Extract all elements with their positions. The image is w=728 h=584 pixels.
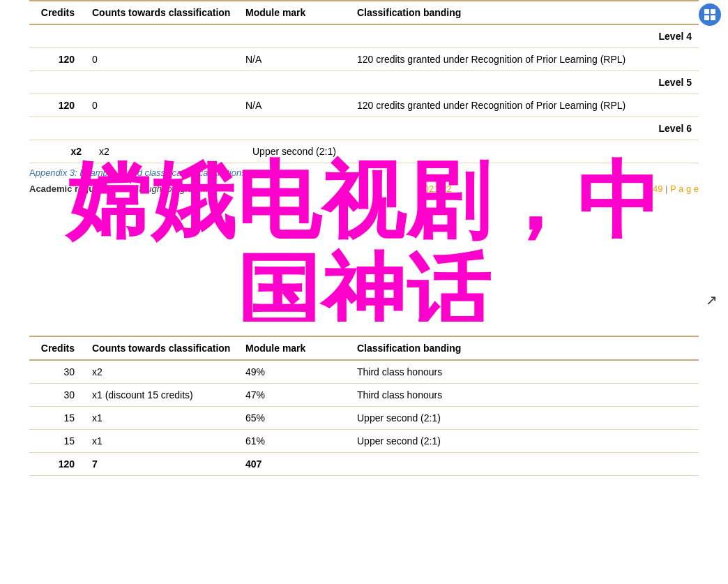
acad-reg-italic: for taught programmes [126, 184, 218, 194]
svg-rect-1 [711, 9, 715, 14]
t2-row1-counts: x1 (discount 15 credits) [85, 384, 238, 407]
table-row: 1207407 [29, 453, 699, 476]
t2-row0-credits: 30 [29, 360, 85, 384]
l5-module-mark: N/A [238, 94, 350, 117]
t2-row1-module_mark: 47% [238, 384, 350, 407]
l5-counts: 0 [85, 94, 238, 117]
col-header-counts: Counts towards classification [85, 1, 238, 24]
footer-year: 2021/22 [419, 184, 452, 194]
t2-row4-counts: 7 [85, 453, 238, 476]
t2-row0-counts: x2 [85, 360, 238, 384]
t2-row0-classification: Third class honours [350, 360, 699, 384]
t2-row1-classification: Third class honours [350, 384, 699, 407]
svg-rect-3 [711, 15, 715, 20]
l5-classification: 120 credits granted under Recognition of… [350, 94, 699, 117]
app-icon[interactable] [699, 3, 721, 26]
t2-col-header-credits: Credits [29, 336, 85, 360]
table2: Credits Counts towards classification Mo… [29, 336, 699, 476]
t2-row3-classification: Upper second (2:1) [350, 430, 699, 453]
footer-page: 49 | P a g e [653, 184, 699, 194]
svg-rect-0 [704, 9, 709, 14]
table-row: 15x165%Upper second (2:1) [29, 407, 699, 430]
acad-reg-bold: Academic regulations [29, 184, 123, 194]
t2-row4-credits: 120 [29, 453, 85, 476]
level5-row: Level 5 [29, 71, 699, 94]
appendix-prefix: A [29, 167, 36, 178]
t2-col-header-counts: Counts towards classification [85, 336, 238, 360]
table-row: 30x1 (discount 15 credits)47%Third class… [29, 384, 699, 407]
level6-row: Level 6 [29, 117, 699, 140]
l4-counts: 0 [85, 48, 238, 71]
col-header-credits: Credits [29, 1, 85, 24]
page-wrapper: Credits Counts towards classification Mo… [0, 0, 728, 476]
t2-row2-credits: 15 [29, 407, 85, 430]
t2-row1-credits: 30 [29, 384, 85, 407]
svg-rect-2 [704, 15, 709, 20]
t2-row2-counts: x1 [85, 407, 238, 430]
appendix-text: ppendix 3: Example award classification … [36, 167, 246, 178]
acad-reg-section: Academic regulations for taught programm… [29, 184, 218, 194]
footer-appendix: Appendix 3: Example award classification… [29, 167, 246, 178]
level5-label: Level 5 [29, 71, 699, 94]
table1: Credits Counts towards classification Mo… [29, 0, 699, 140]
t2-row2-module_mark: 65% [238, 407, 350, 430]
l4-module-mark: N/A [238, 48, 350, 71]
level4-row: Level 4 [29, 24, 699, 48]
t2-row0-module_mark: 49% [238, 360, 350, 384]
col-header-module-mark: Module mark [238, 1, 350, 24]
t2-row3-module_mark: 61% [238, 430, 350, 453]
t2-row3-credits: 15 [29, 430, 85, 453]
table1-row-l5-0: 120 0 N/A 120 credits granted under Reco… [29, 94, 699, 117]
t2-col-header-module-mark: Module mark [238, 336, 350, 360]
overlay-line2: 国神话 [0, 246, 728, 322]
l4-credits: 120 [29, 48, 85, 71]
appendix-link[interactable]: Appendix 3: Example award classification… [29, 167, 246, 178]
t2-col-header-classification: Classification banding [350, 336, 699, 360]
t2-row2-classification: Upper second (2:1) [350, 407, 699, 430]
t2-row3-counts: x1 [85, 430, 238, 453]
page-num: 49 [653, 184, 662, 194]
l5-credits: 120 [29, 94, 85, 117]
table1-row-l4-0: 120 0 N/A 120 credits granted under Reco… [29, 48, 699, 71]
level4-label: Level 4 [29, 24, 699, 48]
col-header-classification: Classification banding [350, 1, 699, 24]
overlay-container: x2 x2 Upper second (2:1) Appendix 3: Exa… [0, 140, 728, 322]
l4-classification: 120 credits granted under Recognition of… [350, 48, 699, 71]
footer-bar-2: Academic regulations for taught programm… [29, 179, 699, 198]
table2-section: Credits Counts towards classification Mo… [29, 336, 699, 476]
page-label: P a g e [670, 184, 699, 194]
level6-label: Level 6 [29, 117, 699, 140]
t2-row4-module_mark: 407 [238, 453, 350, 476]
table-row: 15x161%Upper second (2:1) [29, 430, 699, 453]
acad-reg-text: Academic regulations for taught programm… [29, 184, 218, 194]
table1-section: Credits Counts towards classification Mo… [29, 0, 699, 140]
t2-row4-classification [350, 453, 699, 476]
table-row: 30x249%Third class honours [29, 360, 699, 384]
